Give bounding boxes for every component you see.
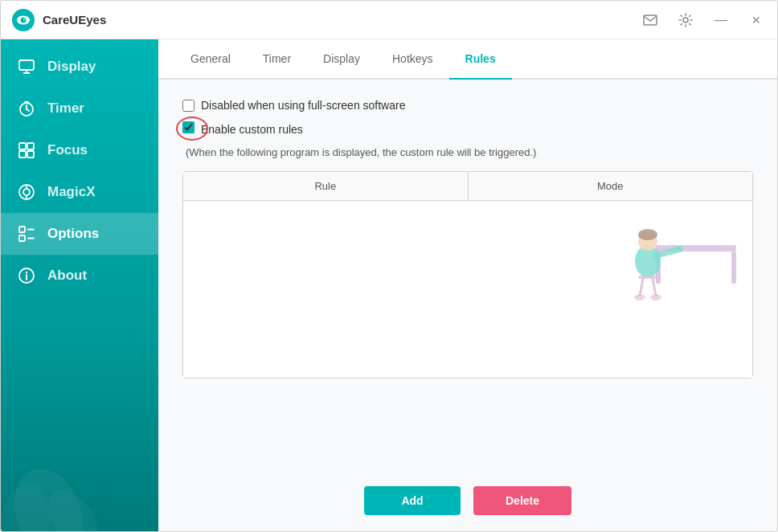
sidebar: Display Timer <box>1 39 158 531</box>
tabs-bar: General Timer Display Hotkeys Rules <box>158 39 777 80</box>
gear-icon <box>678 13 693 27</box>
svg-rect-6 <box>19 60 34 70</box>
email-icon <box>643 14 657 26</box>
svg-point-41 <box>634 294 645 301</box>
tab-hotkeys[interactable]: Hotkeys <box>376 39 449 80</box>
bottom-buttons: Add Delete <box>158 486 777 531</box>
app-title: CareUEyes <box>43 13 106 27</box>
tab-display[interactable]: Display <box>307 39 376 80</box>
focus-icon <box>17 141 36 160</box>
email-button[interactable] <box>639 9 661 31</box>
tab-rules[interactable]: Rules <box>449 39 512 80</box>
svg-point-18 <box>23 189 30 195</box>
sidebar-label-focus: Focus <box>47 142 88 158</box>
svg-point-3 <box>23 18 25 20</box>
svg-line-37 <box>656 249 680 256</box>
enable-custom-rules-row: Enable custom rules <box>182 121 753 137</box>
timer-icon <box>17 99 36 118</box>
sidebar-label-timer: Timer <box>47 100 84 117</box>
settings-panel: Disabled when using full-screen software… <box>158 80 777 486</box>
rules-col-mode-header: Mode <box>469 172 753 200</box>
add-button[interactable]: Add <box>364 486 461 515</box>
sidebar-decoration <box>1 435 158 531</box>
svg-rect-38 <box>638 276 657 279</box>
enable-custom-rules-checkbox[interactable] <box>182 121 194 133</box>
svg-rect-33 <box>731 252 736 284</box>
svg-point-35 <box>638 231 657 251</box>
title-bar-controls: — ✕ <box>639 9 768 31</box>
sidebar-label-magicx: MagicX <box>47 184 96 200</box>
svg-rect-16 <box>27 151 34 158</box>
settings-button[interactable] <box>674 9 697 31</box>
title-bar: CareUEyes — ✕ <box>1 1 777 39</box>
app-logo-icon <box>10 7 36 33</box>
svg-rect-13 <box>19 143 26 149</box>
svg-line-40 <box>653 279 656 296</box>
sidebar-item-display[interactable]: Display <box>1 46 158 88</box>
svg-line-39 <box>640 279 643 296</box>
rules-table-header: Rule Mode <box>183 172 752 201</box>
title-bar-left: CareUEyes <box>10 7 106 33</box>
sidebar-item-magicx[interactable]: MagicX <box>1 171 158 213</box>
rules-table-body <box>183 201 752 378</box>
options-icon <box>17 224 36 243</box>
rules-table: Rule Mode <box>182 171 753 379</box>
sidebar-item-options[interactable]: Options <box>1 213 158 255</box>
about-icon <box>17 266 36 285</box>
close-button[interactable]: ✕ <box>745 9 768 31</box>
tab-general[interactable]: General <box>174 39 247 80</box>
sidebar-item-timer[interactable]: Timer <box>1 88 158 129</box>
svg-point-34 <box>635 245 661 277</box>
minimize-button[interactable]: — <box>710 9 732 31</box>
svg-rect-32 <box>656 252 661 284</box>
sidebar-item-focus[interactable]: Focus <box>1 129 158 171</box>
rules-col-rule-header: Rule <box>183 172 469 200</box>
content-area: General Timer Display Hotkeys Rules <box>158 39 777 531</box>
svg-rect-31 <box>656 245 736 252</box>
svg-line-11 <box>27 109 29 111</box>
disabled-fullscreen-label[interactable]: Disabled when using full-screen software <box>201 99 405 112</box>
disabled-fullscreen-checkbox[interactable] <box>182 100 194 112</box>
display-icon <box>17 57 36 76</box>
svg-rect-14 <box>27 143 34 149</box>
sidebar-item-about[interactable]: About <box>1 255 158 297</box>
checkbox-highlight <box>182 121 194 137</box>
svg-rect-15 <box>19 151 26 158</box>
svg-rect-21 <box>19 227 25 232</box>
svg-point-42 <box>650 294 661 301</box>
hint-text: (When the following program is displayed… <box>186 146 753 158</box>
svg-rect-22 <box>19 235 25 241</box>
svg-rect-4 <box>644 15 657 25</box>
svg-point-36 <box>638 229 657 240</box>
sidebar-label-options: Options <box>47 226 99 242</box>
magicx-icon <box>17 182 36 202</box>
svg-point-5 <box>683 18 688 23</box>
app-window: CareUEyes — ✕ <box>0 0 778 532</box>
sidebar-label-display: Display <box>47 59 96 75</box>
enable-custom-rules-label[interactable]: Enable custom rules <box>201 123 303 136</box>
main-layout: Display Timer <box>1 39 777 531</box>
delete-button[interactable]: Delete <box>473 486 571 515</box>
svg-point-27 <box>26 272 27 273</box>
tab-timer[interactable]: Timer <box>247 39 307 80</box>
disabled-fullscreen-row: Disabled when using full-screen software <box>182 99 753 112</box>
svg-point-2 <box>21 17 27 23</box>
sidebar-label-about: About <box>47 268 87 284</box>
